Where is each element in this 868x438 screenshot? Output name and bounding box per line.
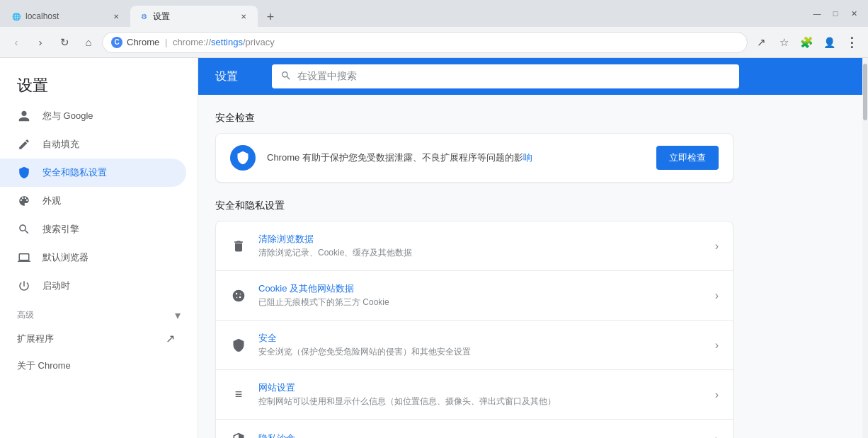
cookies-content: Cookie 及其他网站数据 已阻止无痕模式下的第三方 Cookie [258, 282, 704, 309]
home-button[interactable]: ⌂ [78, 32, 99, 53]
menu-button[interactable]: ⋮ [841, 32, 862, 53]
settings-item-cookies[interactable]: Cookie 及其他网站数据 已阻止无痕模式下的第三方 Cookie › [216, 271, 733, 321]
privacy-sandbox-content: 隐私沙盒 [258, 432, 704, 438]
sidebar-item-appearance[interactable]: 外观 [0, 187, 186, 215]
sidebar-label-you-google: 您与 Google [42, 110, 93, 122]
settings-item-site-settings[interactable]: ≡ 网站设置 控制网站可以使用和显示什么信息（如位置信息、摄像头、弹出式窗口及其… [216, 370, 733, 420]
svg-point-4 [239, 296, 241, 298]
sidebar-label-appearance: 外观 [42, 195, 61, 207]
address-protocol: chrome:// [173, 37, 211, 47]
site-settings-arrow: › [715, 388, 719, 401]
sidebar-item-privacy[interactable]: 安全和隐私设置 [0, 159, 186, 187]
sidebar-label-privacy: 安全和隐私设置 [42, 166, 107, 179]
tab-favicon-localhost: 🌐 [11, 11, 21, 21]
cookies-title: Cookie 及其他网站数据 [258, 282, 704, 295]
browser-frame: 🌐 localhost ✕ ⚙ 设置 ✕ + — □ ✕ ‹ › ↻ ⌂ C C [0, 0, 868, 438]
palette-icon [17, 194, 31, 208]
sidebar-item-extensions[interactable]: 扩展程序 ↗ [0, 325, 186, 352]
scrollbar[interactable] [862, 58, 868, 438]
share-button[interactable]: ↗ [750, 32, 772, 53]
sidebar: 设置 您与 Google 自动填充 安全和隐私设置 [0, 58, 198, 438]
security-arrow: › [715, 339, 719, 352]
forward-button[interactable]: › [30, 32, 51, 53]
address-highlight: settings [211, 37, 243, 47]
sidebar-label-search: 搜索引擎 [42, 223, 79, 236]
window-controls: — □ ✕ [803, 0, 868, 27]
expand-advanced-icon[interactable]: ▾ [175, 309, 181, 322]
toolbar-actions: ↗ ☆ 🧩 👤 ⋮ [750, 32, 862, 53]
privacy-sandbox-arrow: › [715, 433, 719, 438]
cookies-arrow: › [715, 289, 719, 302]
close-button[interactable]: ✕ [845, 5, 862, 22]
content-area: 设置 在设置中搜索 安全检查 [198, 58, 868, 438]
privacy-sandbox-title: 隐私沙盒 [258, 432, 704, 438]
clear-browsing-arrow: › [715, 240, 719, 253]
security-content: 安全 安全浏览（保护您免受危险网站的侵害）和其他安全设置 [258, 332, 704, 358]
extensions-button[interactable]: 🧩 [796, 32, 817, 53]
sidebar-item-you-google[interactable]: 您与 Google [0, 102, 186, 130]
settings-item-security[interactable]: 安全 安全浏览（保护您免受危险网站的侵害）和其他安全设置 › [216, 321, 733, 370]
sidebar-item-default-browser[interactable]: 默认浏览器 [0, 243, 186, 272]
tab-localhost[interactable]: 🌐 localhost ✕ [3, 6, 130, 27]
sidebar-label-default-browser: 默认浏览器 [42, 251, 88, 264]
svg-point-2 [240, 293, 241, 294]
maximize-button[interactable]: □ [827, 5, 844, 22]
site-settings-title: 网站设置 [258, 381, 704, 394]
sidebar-header: 设置 [0, 64, 198, 102]
sidebar-item-about[interactable]: 关于 Chrome [0, 352, 186, 379]
cookies-desc: 已阻止无痕模式下的第三方 Cookie [258, 296, 704, 309]
settings-search-box[interactable]: 在设置中搜索 [272, 64, 739, 88]
privacy-sandbox-icon [230, 431, 247, 438]
tab-title-localhost: localhost [25, 11, 106, 21]
monitor-icon [17, 250, 31, 265]
profile-button[interactable]: 👤 [818, 32, 840, 53]
toolbar: ‹ › ↻ ⌂ C Chrome | chrome://settings/pri… [0, 27, 868, 58]
address-site: Chrome [127, 37, 159, 47]
sidebar-label-extensions: 扩展程序 [17, 333, 54, 345]
new-tab-button[interactable]: + [261, 7, 280, 27]
safety-description: Chrome 有助于保护您免受数据泄露、不良扩展程序等问题的影 [267, 152, 523, 163]
safety-check-card: Chrome 有助于保护您免受数据泄露、不良扩展程序等问题的影响 立即检查 [215, 133, 733, 183]
settings-item-privacy-sandbox[interactable]: 隐私沙盒 › [216, 420, 733, 438]
sidebar-item-autofill[interactable]: 自动填充 [0, 130, 186, 159]
minimize-button[interactable]: — [809, 5, 826, 22]
content-body: 安全检查 Chrome 有助于保护您免受数据泄露、不良扩展程序等问题的影响 立即… [198, 95, 750, 438]
clear-browsing-desc: 清除浏览记录、Cookie、缓存及其他数据 [258, 247, 704, 259]
security-desc: 安全浏览（保护您免受危险网站的侵害）和其他安全设置 [258, 346, 704, 358]
site-icon: C [111, 37, 122, 48]
address-separator: | [165, 37, 167, 47]
safety-text: Chrome 有助于保护您免受数据泄露、不良扩展程序等问题的影响 [267, 151, 645, 164]
sidebar-item-startup[interactable]: 启动时 [0, 272, 186, 300]
tab-close-localhost[interactable]: ✕ [110, 11, 122, 22]
sidebar-label-about: 关于 Chrome [17, 359, 71, 372]
content-header-title: 设置 [215, 69, 238, 84]
address-text: Chrome | chrome://settings/privacy [127, 37, 275, 47]
sidebar-title: 设置 [17, 75, 186, 96]
back-button[interactable]: ‹ [6, 32, 27, 53]
address-bar[interactable]: C Chrome | chrome://settings/privacy [102, 32, 748, 53]
content-header: 设置 在设置中搜索 [198, 58, 868, 95]
autofill-icon [17, 137, 31, 151]
tab-settings[interactable]: ⚙ 设置 ✕ [130, 6, 258, 27]
extensions-external-icon: ↗ [166, 332, 175, 345]
privacy-section-title: 安全和隐私设置 [215, 200, 733, 212]
svg-point-1 [236, 292, 238, 294]
safety-link[interactable]: 响 [523, 152, 532, 163]
tab-close-settings[interactable]: ✕ [238, 11, 249, 22]
safety-check-section-title: 安全检查 [215, 112, 733, 125]
title-bar: 🌐 localhost ✕ ⚙ 设置 ✕ + — □ ✕ [0, 0, 868, 27]
clear-browsing-title: 清除浏览数据 [258, 233, 704, 246]
person-icon [17, 109, 31, 123]
settings-item-clear-browsing[interactable]: 清除浏览数据 清除浏览记录、Cookie、缓存及其他数据 › [216, 221, 733, 271]
settings-search-placeholder: 在设置中搜索 [297, 70, 357, 83]
check-now-button[interactable]: 立即检查 [656, 146, 719, 170]
bookmark-button[interactable]: ☆ [773, 32, 794, 53]
refresh-button[interactable]: ↻ [54, 32, 75, 53]
sidebar-item-search[interactable]: 搜索引擎 [0, 215, 186, 243]
advanced-label: 高级 [17, 309, 34, 321]
address-path: /privacy [243, 37, 275, 47]
main-layout: 设置 您与 Google 自动填充 安全和隐私设置 [0, 58, 868, 438]
security-title: 安全 [258, 332, 704, 345]
sidebar-label-startup: 启动时 [42, 279, 70, 292]
scrollbar-thumb[interactable] [863, 64, 867, 120]
